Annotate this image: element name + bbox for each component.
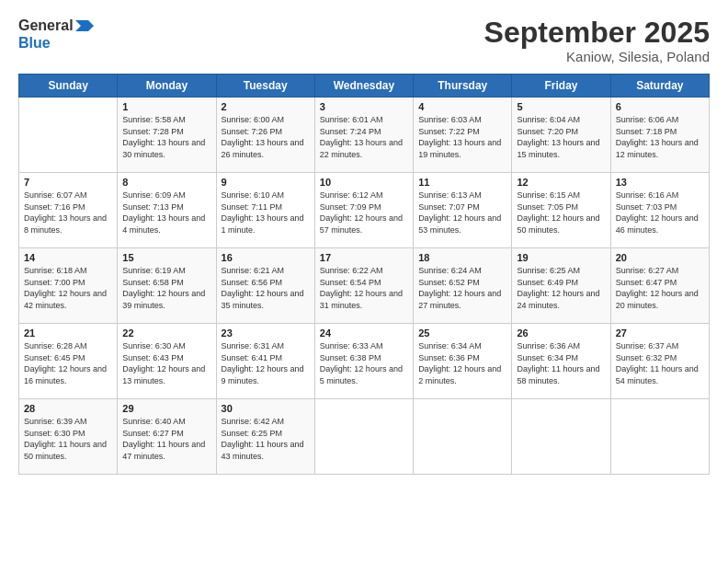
daylight-text: Daylight: 12 hours and 46 minutes. [616, 213, 704, 236]
sunrise-text: Sunrise: 6:18 AM [24, 265, 112, 277]
day-cell [314, 399, 413, 475]
sunset-text: Sunset: 6:25 PM [222, 428, 310, 440]
day-number: 6 [616, 101, 704, 112]
day-cell: 1 Sunrise: 5:58 AM Sunset: 7:28 PM Dayli… [118, 98, 216, 173]
day-cell: 25 Sunrise: 6:34 AM Sunset: 6:36 PM Dayl… [414, 324, 512, 399]
day-number: 24 [320, 327, 408, 339]
day-info: Sunrise: 6:28 AM Sunset: 6:45 PM Dayligh… [24, 340, 112, 386]
sunrise-text: Sunrise: 6:10 AM [222, 190, 310, 201]
day-info: Sunrise: 6:16 AM Sunset: 7:03 PM Dayligh… [616, 190, 704, 236]
day-cell: 8 Sunrise: 6:09 AM Sunset: 7:13 PM Dayli… [118, 173, 216, 248]
sunset-text: Sunset: 6:58 PM [122, 277, 210, 289]
day-number: 12 [517, 177, 605, 188]
sunset-text: Sunset: 7:20 PM [517, 126, 605, 138]
sunrise-text: Sunrise: 6:07 AM [24, 190, 112, 201]
day-number: 9 [222, 177, 310, 188]
day-info: Sunrise: 6:30 AM Sunset: 6:43 PM Dayligh… [122, 340, 210, 386]
daylight-text: Daylight: 12 hours and 9 minutes. [222, 363, 310, 386]
day-number: 16 [222, 252, 310, 263]
day-number: 7 [24, 177, 112, 188]
day-cell: 11 Sunrise: 6:13 AM Sunset: 7:07 PM Dayl… [414, 173, 512, 248]
day-cell: 12 Sunrise: 6:15 AM Sunset: 7:05 PM Dayl… [512, 173, 610, 248]
sunset-text: Sunset: 7:11 PM [222, 201, 310, 213]
daylight-text: Daylight: 12 hours and 2 minutes. [418, 363, 506, 386]
sunrise-text: Sunrise: 6:40 AM [122, 416, 210, 428]
sunrise-text: Sunrise: 6:09 AM [122, 190, 210, 201]
day-cell: 24 Sunrise: 6:33 AM Sunset: 6:38 PM Dayl… [314, 324, 413, 399]
day-info: Sunrise: 6:22 AM Sunset: 6:54 PM Dayligh… [320, 265, 408, 311]
day-cell: 27 Sunrise: 6:37 AM Sunset: 6:32 PM Dayl… [610, 324, 709, 399]
day-info: Sunrise: 6:42 AM Sunset: 6:25 PM Dayligh… [222, 416, 310, 462]
calendar-title: September 2025 [484, 17, 710, 49]
sunrise-text: Sunrise: 6:01 AM [320, 114, 408, 126]
sunrise-text: Sunrise: 6:22 AM [320, 265, 408, 277]
daylight-text: Daylight: 13 hours and 8 minutes. [24, 213, 112, 236]
sunset-text: Sunset: 6:34 PM [517, 352, 605, 364]
day-number: 11 [418, 177, 506, 188]
day-cell: 26 Sunrise: 6:36 AM Sunset: 6:34 PM Dayl… [512, 324, 610, 399]
day-info: Sunrise: 6:33 AM Sunset: 6:38 PM Dayligh… [320, 340, 408, 386]
day-number: 20 [616, 252, 704, 263]
sunrise-text: Sunrise: 6:31 AM [222, 340, 310, 352]
sunset-text: Sunset: 6:47 PM [616, 277, 704, 289]
day-info: Sunrise: 6:04 AM Sunset: 7:20 PM Dayligh… [517, 114, 605, 160]
day-cell [610, 399, 709, 475]
day-info: Sunrise: 6:15 AM Sunset: 7:05 PM Dayligh… [517, 190, 605, 236]
daylight-text: Daylight: 12 hours and 39 minutes. [122, 288, 210, 311]
day-info: Sunrise: 6:03 AM Sunset: 7:22 PM Dayligh… [418, 114, 506, 160]
header-saturday: Saturday [610, 75, 709, 98]
sunset-text: Sunset: 7:26 PM [222, 126, 310, 138]
sunset-text: Sunset: 6:45 PM [24, 352, 112, 364]
day-info: Sunrise: 6:10 AM Sunset: 7:11 PM Dayligh… [222, 190, 310, 236]
header-wednesday: Wednesday [314, 75, 413, 98]
logo: General Blue [18, 17, 94, 52]
daylight-text: Daylight: 11 hours and 47 minutes. [122, 439, 210, 462]
sunset-text: Sunset: 7:16 PM [24, 201, 112, 213]
day-info: Sunrise: 6:25 AM Sunset: 6:49 PM Dayligh… [517, 265, 605, 311]
day-info: Sunrise: 6:06 AM Sunset: 7:18 PM Dayligh… [616, 114, 704, 160]
sunrise-text: Sunrise: 6:13 AM [418, 190, 506, 201]
sunrise-text: Sunrise: 5:58 AM [122, 114, 210, 126]
daylight-text: Daylight: 12 hours and 42 minutes. [24, 288, 112, 311]
daylight-text: Daylight: 13 hours and 22 minutes. [320, 137, 408, 160]
day-cell: 13 Sunrise: 6:16 AM Sunset: 7:03 PM Dayl… [610, 173, 709, 248]
day-info: Sunrise: 6:27 AM Sunset: 6:47 PM Dayligh… [616, 265, 704, 311]
day-cell [19, 98, 118, 173]
sunrise-text: Sunrise: 6:33 AM [320, 340, 408, 352]
day-cell: 5 Sunrise: 6:04 AM Sunset: 7:20 PM Dayli… [512, 98, 610, 173]
sunset-text: Sunset: 6:27 PM [122, 428, 210, 440]
day-number: 1 [122, 101, 210, 112]
week-row-4: 21 Sunrise: 6:28 AM Sunset: 6:45 PM Dayl… [19, 324, 710, 399]
sunrise-text: Sunrise: 6:12 AM [320, 190, 408, 201]
sunset-text: Sunset: 7:28 PM [122, 126, 210, 138]
daylight-text: Daylight: 11 hours and 54 minutes. [616, 363, 704, 386]
daylight-text: Daylight: 12 hours and 27 minutes. [418, 288, 506, 311]
sunrise-text: Sunrise: 6:34 AM [418, 340, 506, 352]
sunset-text: Sunset: 7:07 PM [418, 201, 506, 213]
day-number: 2 [222, 101, 310, 112]
daylight-text: Daylight: 12 hours and 50 minutes. [517, 213, 605, 236]
sunset-text: Sunset: 7:09 PM [320, 201, 408, 213]
sunset-text: Sunset: 7:24 PM [320, 126, 408, 138]
title-block: September 2025 Kaniow, Silesia, Poland [484, 17, 710, 64]
day-info: Sunrise: 6:39 AM Sunset: 6:30 PM Dayligh… [24, 416, 112, 462]
sunrise-text: Sunrise: 6:19 AM [122, 265, 210, 277]
sunset-text: Sunset: 7:13 PM [122, 201, 210, 213]
day-cell: 20 Sunrise: 6:27 AM Sunset: 6:47 PM Dayl… [610, 248, 709, 324]
day-number: 27 [616, 327, 704, 339]
header-monday: Monday [118, 75, 216, 98]
sunset-text: Sunset: 6:56 PM [222, 277, 310, 289]
sunset-text: Sunset: 6:43 PM [122, 352, 210, 364]
sunset-text: Sunset: 7:22 PM [418, 126, 506, 138]
sunrise-text: Sunrise: 6:42 AM [222, 416, 310, 428]
day-cell: 15 Sunrise: 6:19 AM Sunset: 6:58 PM Dayl… [118, 248, 216, 324]
week-row-3: 14 Sunrise: 6:18 AM Sunset: 7:00 PM Dayl… [19, 248, 710, 324]
day-number: 14 [24, 252, 112, 263]
day-number: 28 [24, 403, 112, 414]
header-sunday: Sunday [19, 75, 118, 98]
daylight-text: Daylight: 12 hours and 24 minutes. [517, 288, 605, 311]
day-number: 26 [517, 327, 605, 339]
day-number: 25 [418, 327, 506, 339]
day-cell: 23 Sunrise: 6:31 AM Sunset: 6:41 PM Dayl… [216, 324, 314, 399]
day-number: 10 [320, 177, 408, 188]
